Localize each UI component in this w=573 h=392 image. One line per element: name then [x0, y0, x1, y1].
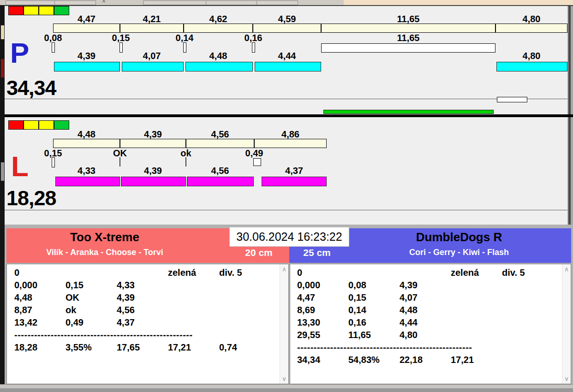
team-members: Cori - Gerry - Kiwi - Flash [355, 247, 563, 257]
table-cell: 29,55 [297, 329, 348, 341]
results-table-body: 0zelenádiv. 50,0000,154,334,48OK4,398,87… [14, 267, 278, 354]
table-cell: 0,000 [14, 279, 66, 291]
table-cell: 4,39 [117, 291, 168, 304]
table-row: 0zelenádiv. 5 [297, 267, 561, 279]
table-divider-row: ----------------------------------------… [14, 329, 278, 341]
split-track-segment [186, 139, 255, 148]
table-cell: 8,69 [297, 304, 348, 316]
background-toolbar-segment [257, 0, 298, 5]
lap-bar [255, 62, 321, 71]
background-fragment [1, 59, 4, 77]
panel-separator [5, 114, 573, 117]
split-track-segment [253, 24, 322, 32]
table-cell: 13,30 [297, 316, 348, 329]
results-table-left[interactable]: 0zelenádiv. 50,0000,154,334,48OK4,398,87… [6, 264, 289, 384]
fault-bar [321, 43, 495, 53]
fault-time-label: 0,15 [35, 148, 72, 158]
table-cell: 17,21 [451, 354, 502, 366]
table-cell: 8,87 [14, 304, 66, 316]
table-cell: 0,08 [348, 279, 400, 291]
background-fragment [1, 162, 4, 181]
table-cell: 17,21 [168, 341, 219, 354]
scroll-down-icon[interactable]: ∨ [280, 375, 288, 382]
panel-divider-line [5, 210, 567, 210]
table-cell: 54,83% [348, 354, 400, 366]
table-cell: 0,16 [348, 316, 400, 329]
start-lights-l [8, 120, 69, 130]
table-row: 18,283,55%17,6517,210,74 [14, 341, 278, 354]
table-row: 4,48OK4,39 [14, 291, 278, 304]
split-time-label: 4,80 [495, 14, 567, 24]
table-cell: 4,56 [117, 304, 168, 316]
lap-time-label: 4,56 [186, 166, 254, 175]
lap-bar [187, 177, 254, 186]
fault-time-label: 0,08 [35, 33, 72, 42]
table-divider-row: ----------------------------------------… [297, 341, 561, 354]
window-bottom-edge [0, 384, 573, 388]
table-cell: 34,34 [297, 354, 348, 366]
table-cell: div. 5 [219, 267, 270, 279]
background-toolbar-segment [143, 0, 207, 5]
split-time-label: 4,21 [120, 14, 184, 24]
results-table-body: 0zelenádiv. 50,0000,084,394,470,154,078,… [297, 267, 561, 366]
scroll-down-icon[interactable]: ∨ [562, 375, 571, 382]
table-cell: 4,33 [117, 279, 168, 291]
split-track-segment [322, 24, 496, 32]
split-track-segment [120, 24, 184, 32]
table-cell: 0,000 [297, 279, 348, 291]
background-fragment [1, 25, 4, 39]
lap-bar [121, 177, 186, 186]
status-light [24, 6, 39, 15]
table-cell: zelená [168, 267, 219, 279]
table-cell: 4,48 [14, 291, 66, 304]
lap-time-label: 4,39 [120, 166, 186, 175]
status-light [8, 120, 24, 130]
team-name: Too X-treme [6, 230, 203, 244]
scroll-up-icon[interactable]: ∧ [280, 266, 288, 273]
lap-bar [122, 62, 184, 71]
table-row: 29,5511,654,80 [297, 329, 561, 341]
split-time-label: 11,65 [321, 14, 495, 24]
table-row: 0,0000,084,39 [297, 279, 561, 291]
status-light [54, 120, 69, 130]
table-cell: 18,28 [14, 341, 66, 354]
status-light [24, 120, 39, 130]
table-cell: 13,42 [14, 316, 66, 329]
split-time-label: 4,39 [120, 130, 186, 139]
scroll-up-icon[interactable]: ∧ [562, 266, 571, 273]
table-cell: 4,37 [117, 316, 168, 329]
split-track-p [53, 24, 567, 33]
start-lights-p [8, 6, 69, 15]
fault-time-label: 0,14 [166, 33, 203, 42]
table-cell: 4,47 [297, 291, 348, 304]
background-left-edge [0, 5, 5, 392]
table-cell: 0 [297, 267, 348, 279]
lap-time-label: 4,80 [495, 51, 567, 60]
team-name: DumbleDogs R [355, 230, 563, 244]
split-track-segment [54, 24, 120, 32]
table-cell: 0,15 [348, 291, 400, 304]
fault-time-label: 0,49 [236, 148, 273, 158]
background-window-edge: ^ [0, 0, 573, 6]
height-class-badge: 25 cm [294, 247, 340, 258]
changeover-square [253, 158, 261, 166]
fault-time-label: 0,15 [102, 33, 139, 42]
lap-time-label: 4,37 [262, 166, 327, 175]
datetime-display: 30.06.2024 16:23:22 [229, 227, 349, 247]
lap-time-label: 4,44 [253, 51, 321, 60]
table-cell: 0,74 [219, 341, 270, 354]
changeover-tickline [119, 157, 120, 166]
split-time-label: 4,56 [186, 130, 254, 139]
taskbar-edge [0, 388, 573, 392]
split-time-label: 4,86 [254, 130, 327, 139]
table-cell: OK [66, 291, 117, 304]
fault-time-label: ok [167, 148, 204, 158]
split-time-label: 4,59 [253, 14, 321, 24]
team-members: Vilík - Aranka - Choose - Torvi [6, 247, 203, 257]
fault-time-label: OK [101, 148, 138, 158]
results-table-right[interactable]: 0zelenádiv. 50,0000,084,394,470,154,078,… [290, 264, 571, 384]
right-table-scrollbar[interactable]: ∧ ∨ [562, 264, 571, 384]
lap-time-label: 4,48 [184, 51, 253, 60]
split-track-segment [255, 139, 326, 148]
left-table-scrollbar[interactable]: ∧ ∨ [280, 264, 288, 384]
